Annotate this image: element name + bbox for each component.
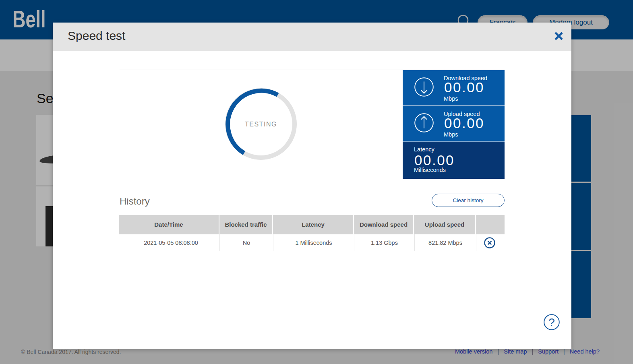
svg-text:?: ? <box>548 316 555 329</box>
